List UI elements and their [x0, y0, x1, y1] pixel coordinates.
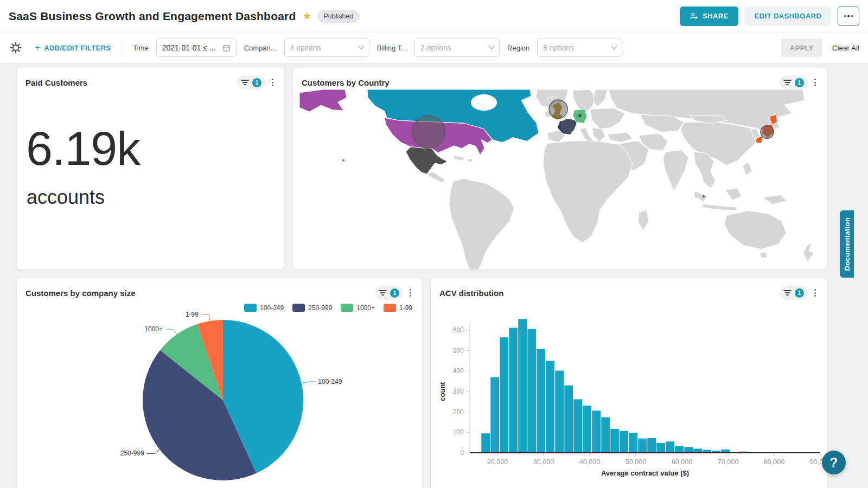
paid-customers-card: Paid Customers 1 6.19k accounts [17, 68, 284, 269]
widget-filter-button[interactable]: 1 [780, 75, 808, 89]
filter-icon [783, 290, 792, 296]
widget-menu-button[interactable] [405, 286, 416, 300]
svg-text:500: 500 [453, 347, 464, 355]
pie-chart[interactable]: 100-249250-9991000+1-99 [17, 302, 422, 488]
svg-text:Average contract value ($): Average contract value ($) [601, 469, 689, 477]
customers-by-country-card: Customers by Country 1 [293, 68, 827, 269]
chevron-down-icon [488, 43, 494, 49]
add-edit-filters-button[interactable]: + ADD/EDIT FILTERS [35, 42, 111, 53]
svg-text:300: 300 [453, 388, 464, 395]
card-title: Customers by company size [25, 288, 136, 298]
page-title: SaaS Business Growth and Engagement Dash… [9, 10, 296, 23]
svg-text:70,000: 70,000 [718, 458, 738, 466]
kpi-value: 6.19k [17, 89, 284, 176]
world-map[interactable] [293, 89, 827, 269]
chevron-down-icon [611, 43, 617, 49]
more-options-button[interactable] [838, 7, 859, 26]
billing-filter-select[interactable]: 2 options [414, 38, 500, 57]
company-size-card: Customers by company size 1 100-249250-9… [17, 278, 422, 488]
filter-label-region: Region [507, 44, 529, 52]
top-header: SaaS Business Growth and Engagement Dash… [0, 0, 868, 33]
widget-filter-button[interactable]: 1 [375, 286, 403, 300]
clear-all-button[interactable]: Clear All [832, 44, 859, 52]
svg-text:30,000: 30,000 [533, 458, 554, 466]
bubble-germany[interactable] [578, 114, 582, 117]
bubble-france[interactable] [561, 119, 575, 132]
svg-text:20,000: 20,000 [487, 458, 508, 466]
hudson-bay [471, 94, 497, 111]
widget-menu-button[interactable] [810, 286, 820, 300]
region-filter-select[interactable]: 8 options [537, 38, 622, 57]
documentation-tab[interactable]: Documentation [840, 210, 854, 278]
filter-icon [783, 79, 792, 86]
svg-text:250-999: 250-999 [120, 450, 144, 457]
company-filter-select[interactable]: 4 options [284, 38, 369, 57]
filter-count-badge: 1 [252, 78, 261, 87]
widget-menu-button[interactable] [267, 75, 278, 89]
svg-text:200: 200 [453, 408, 464, 416]
widget-filter-button[interactable]: 1 [237, 75, 265, 89]
question-mark-icon: ? [829, 455, 838, 471]
filter-count-badge: 1 [390, 288, 399, 298]
svg-text:40,000: 40,000 [579, 458, 600, 466]
histogram[interactable]: 010020030040050060020,00030,00040,00050,… [431, 302, 827, 488]
kpi-unit: accounts [17, 176, 284, 209]
widget-menu-button[interactable] [810, 75, 820, 89]
acv-distribution-card: ACV distribution 1 010020030040050060020… [431, 278, 827, 488]
svg-text:400: 400 [453, 367, 464, 375]
filter-label-time: Time [133, 44, 148, 52]
filter-label-billing: Billing T... [377, 44, 407, 52]
filter-bar: + ADD/EDIT FILTERS Time 2021-01-01 ≤ ...… [0, 33, 868, 63]
filter-icon [241, 79, 249, 86]
filter-label-company: Compan... [244, 44, 277, 52]
share-button[interactable]: SHARE [680, 7, 738, 26]
card-title: Paid Customers [25, 78, 87, 87]
svg-text:600: 600 [453, 326, 464, 334]
dashboard-content: Paid Customers 1 6.19k accounts Customer… [0, 63, 868, 488]
svg-text:1000+: 1000+ [144, 325, 163, 333]
published-badge: Published [317, 10, 360, 23]
bubble-united-kingdom[interactable] [549, 100, 567, 118]
svg-text:80,000: 80,000 [764, 458, 784, 466]
filter-count-badge: 1 [795, 288, 804, 298]
calendar-icon [222, 44, 231, 52]
plus-icon: + [35, 42, 40, 53]
singapore-dot [703, 195, 705, 197]
bubble-united-states[interactable] [412, 115, 445, 148]
divider [122, 40, 122, 56]
svg-text:60,000: 60,000 [672, 458, 692, 466]
svg-text:100-249: 100-249 [318, 378, 342, 386]
svg-text:count: count [438, 382, 446, 401]
svg-text:0: 0 [460, 449, 464, 457]
filter-icon [379, 290, 387, 296]
hawaii-dot [342, 159, 344, 162]
widget-filter-button[interactable]: 1 [780, 286, 808, 300]
card-title: Customers by Country [302, 78, 390, 87]
svg-text:50,000: 50,000 [626, 458, 646, 466]
filter-count-badge: 1 [795, 78, 804, 87]
time-filter-input[interactable]: 2021-01-01 ≤ ... [156, 38, 237, 57]
svg-text:100: 100 [453, 428, 464, 436]
chevron-down-icon [358, 43, 364, 49]
favorite-star-icon[interactable]: ★ [302, 10, 311, 22]
svg-text:1-99: 1-99 [186, 311, 199, 318]
bubble-japan[interactable] [761, 125, 774, 138]
gear-icon[interactable] [9, 41, 23, 55]
help-button[interactable]: ? [822, 451, 846, 474]
card-title: ACV distribution [439, 288, 503, 298]
edit-dashboard-button[interactable]: EDIT DASHBOARD [745, 7, 831, 26]
apply-button[interactable]: APPLY [781, 38, 822, 57]
share-person-icon [690, 12, 698, 21]
